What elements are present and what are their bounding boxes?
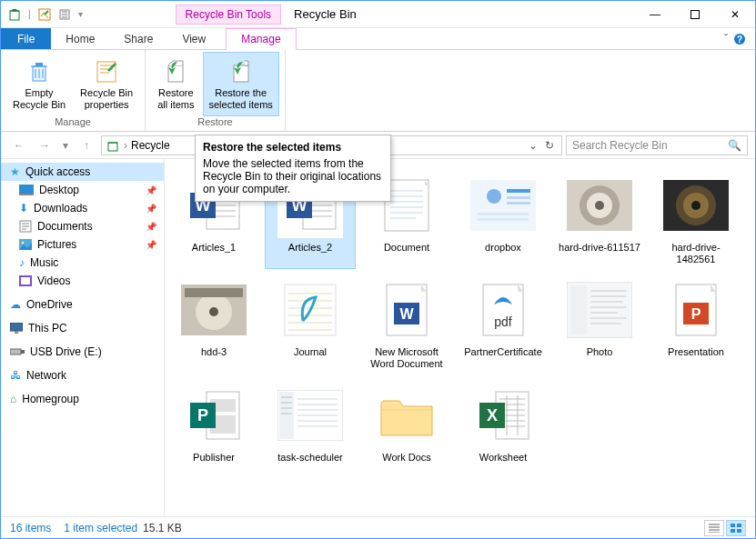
sidebar-videos[interactable]: Videos <box>1 272 164 290</box>
file-item[interactable]: hard-drive-611517 <box>554 168 645 269</box>
empty-recycle-bin-button[interactable]: Empty Recycle Bin <box>6 52 72 116</box>
search-input[interactable]: Search Recycle Bin 🔍 <box>566 135 748 155</box>
svg-point-44 <box>691 201 701 210</box>
svg-rect-70 <box>731 524 735 527</box>
publisher-file-icon: P <box>181 383 247 448</box>
powerpoint-file-icon: P <box>663 277 729 343</box>
address-text: Recycle <box>131 139 170 152</box>
restore-selected-button[interactable]: Restore the selected items <box>203 52 279 116</box>
star-icon: ★ <box>10 165 20 178</box>
title-bar: | ▾ Recycle Bin Tools Recycle Bin — ✕ <box>1 1 755 28</box>
navigation-pane: ★Quick access Desktop📌 ⬇Downloads📌 Docum… <box>1 159 165 516</box>
sidebar-pictures[interactable]: Pictures📌 <box>1 235 164 254</box>
tab-manage[interactable]: Manage <box>226 28 296 50</box>
file-item[interactable]: Work Docs <box>361 378 452 468</box>
folder-icon <box>374 383 439 448</box>
close-button[interactable]: ✕ <box>715 1 755 28</box>
tooltip-title: Restore the selected items <box>203 141 383 154</box>
svg-rect-71 <box>737 524 741 527</box>
file-item[interactable]: XWorksheet <box>458 378 549 468</box>
sidebar-onedrive[interactable]: ☁OneDrive <box>1 295 164 314</box>
file-item[interactable]: Journal <box>265 273 356 374</box>
view-details-button[interactable] <box>704 520 724 536</box>
svg-text:?: ? <box>737 35 742 45</box>
qat-separator: | <box>26 9 33 19</box>
svg-rect-19 <box>10 323 23 331</box>
tab-home[interactable]: Home <box>51 28 109 49</box>
file-item[interactable]: task-scheduler <box>265 378 356 468</box>
help-icon[interactable]: ? <box>733 33 746 45</box>
recycle-bin-icon <box>6 6 23 23</box>
svg-rect-3 <box>691 10 700 18</box>
nav-forward-button[interactable]: → <box>34 135 55 156</box>
file-item[interactable]: hard-drive-1482561 <box>650 168 741 269</box>
properties-icon <box>94 56 119 85</box>
maximize-button[interactable] <box>675 1 715 28</box>
search-icon: 🔍 <box>728 139 741 152</box>
empty-bin-icon <box>26 56 52 85</box>
ribbon-collapse-icon[interactable]: ˇ <box>724 33 728 45</box>
sidebar-usb-drive[interactable]: USB Drive (E:) <box>1 343 164 361</box>
tab-file[interactable]: File <box>1 28 51 49</box>
svg-rect-30 <box>470 180 536 231</box>
recycle-bin-properties-button[interactable]: Recycle Bin properties <box>74 52 139 116</box>
view-icons-button[interactable] <box>726 520 746 536</box>
file-item[interactable]: PPresentation <box>650 273 741 374</box>
svg-rect-7 <box>35 63 43 66</box>
nav-up-button[interactable]: ↑ <box>76 135 97 156</box>
svg-text:P: P <box>691 306 701 322</box>
nav-back-button[interactable]: ← <box>8 135 30 156</box>
sidebar-this-pc[interactable]: This PC <box>1 319 164 337</box>
qat-dropdown-icon[interactable] <box>56 6 73 23</box>
pin-icon: 📌 <box>146 204 156 214</box>
recycle-bin-path-icon <box>106 138 120 153</box>
file-item[interactable]: dropbox <box>458 168 549 269</box>
svg-rect-20 <box>15 331 18 334</box>
svg-point-47 <box>209 307 218 316</box>
refresh-button[interactable]: ↻ <box>541 139 558 152</box>
restore-all-button[interactable]: Restore all items <box>151 52 200 116</box>
svg-rect-56 <box>570 285 587 334</box>
image-thumbnail <box>567 173 632 238</box>
file-item[interactable]: hdd-3 <box>168 273 259 374</box>
image-thumbnail <box>277 383 343 448</box>
file-item[interactable]: pdfPartnerCertificate <box>458 273 549 374</box>
file-item[interactable]: PPublisher <box>168 378 259 468</box>
qat-overflow-icon[interactable]: ▾ <box>76 9 85 19</box>
image-thumbnail <box>567 277 632 343</box>
tooltip-body: Move the selected items from the Recycle… <box>203 157 383 195</box>
svg-rect-29 <box>385 180 428 231</box>
nav-history-dropdown[interactable]: ▾ <box>59 135 72 156</box>
properties-qat-icon[interactable] <box>36 6 53 23</box>
sidebar-quick-access[interactable]: ★Quick access <box>1 163 164 181</box>
minimize-button[interactable]: — <box>635 1 675 28</box>
music-icon: ♪ <box>19 256 25 269</box>
restore-selected-icon <box>228 56 254 85</box>
tab-view[interactable]: View <box>167 28 220 49</box>
sidebar-network[interactable]: 🖧Network <box>1 366 164 384</box>
address-dropdown-icon[interactable]: ⌄ <box>529 139 538 152</box>
image-thumbnail <box>470 173 536 238</box>
svg-rect-10 <box>234 65 248 82</box>
svg-point-31 <box>487 189 501 204</box>
image-thumbnail <box>181 277 247 343</box>
sidebar-desktop[interactable]: Desktop📌 <box>1 181 164 199</box>
file-list[interactable]: WArticles_1 WArticles_2 Document dropbox… <box>165 159 755 516</box>
sidebar-homegroup[interactable]: ⌂Homegroup <box>1 390 164 408</box>
thispc-icon <box>10 323 23 334</box>
videos-icon <box>19 275 32 286</box>
svg-text:pdf: pdf <box>494 314 512 329</box>
sidebar-documents[interactable]: Documents📌 <box>1 217 164 235</box>
svg-text:X: X <box>487 406 498 424</box>
svg-rect-0 <box>10 11 19 20</box>
sidebar-music[interactable]: ♪Music <box>1 254 164 272</box>
pin-icon: 📌 <box>146 240 156 250</box>
file-item[interactable]: Photo <box>554 273 645 374</box>
tab-share[interactable]: Share <box>109 28 167 49</box>
pin-icon: 📌 <box>146 222 156 232</box>
status-size: 15.1 KB <box>143 522 182 534</box>
svg-rect-33 <box>507 196 530 199</box>
sidebar-downloads[interactable]: ⬇Downloads📌 <box>1 199 164 217</box>
file-item[interactable]: WNew Microsoft Word Document <box>361 273 452 374</box>
svg-text:P: P <box>197 406 208 424</box>
